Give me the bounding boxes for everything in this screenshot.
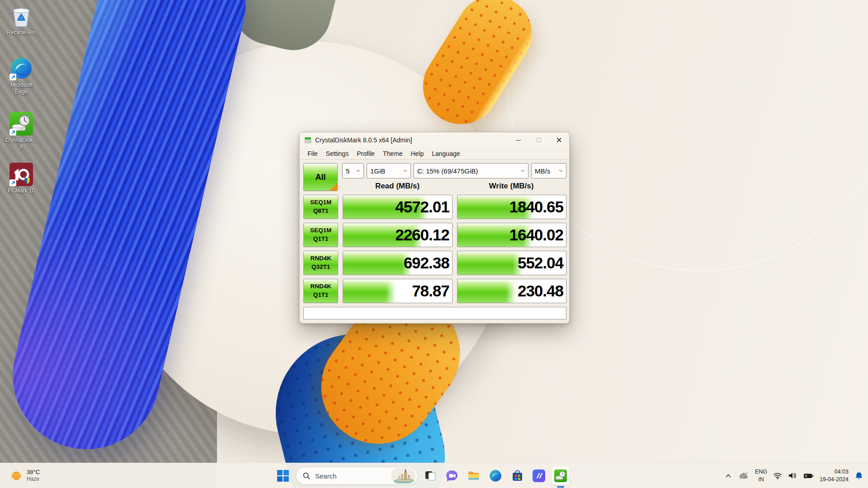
search-placeholder: Search — [315, 472, 337, 480]
test-count-dropdown[interactable]: 5 — [342, 163, 364, 178]
desktop-icon-pcmark10[interactable]: PCMark 10 — [3, 163, 40, 194]
window-title: CrystalDiskMark 8.0.5 x64 [Admin] — [315, 136, 412, 144]
chat-icon — [446, 469, 458, 482]
read-column-header: Read (MB/s) — [342, 182, 453, 191]
minimize-icon — [516, 140, 521, 141]
result-row-rnd4k-q1t1: RND4KQ1T1 78.87 230.48 — [303, 279, 566, 303]
language-indicator[interactable]: ENG IN — [755, 468, 767, 483]
maximize-icon — [537, 138, 541, 142]
chevron-down-icon — [519, 169, 525, 172]
menu-profile[interactable]: Profile — [353, 149, 379, 159]
app-icon — [304, 136, 311, 144]
chevron-up-icon — [724, 472, 732, 480]
chevron-down-icon — [401, 169, 407, 172]
chevron-down-icon — [354, 169, 360, 172]
wifi-icon — [773, 472, 782, 479]
chevron-down-icon — [557, 169, 563, 172]
file-explorer-icon — [467, 469, 480, 482]
result-row-seq1m-q1t1: SEQ1MQ1T1 2260.12 1640.02 — [303, 223, 566, 247]
status-bar[interactable] — [303, 307, 566, 319]
haze-sun-icon — [9, 469, 23, 483]
desktop-icon-label: CrystalDisk... 8 — [5, 137, 38, 150]
read-result-cell: 2260.12 — [343, 223, 452, 247]
write-result-cell: 1640.02 — [457, 223, 566, 247]
desktop-icon-recycle-bin[interactable]: Recycle Bin — [3, 5, 40, 36]
chat-button[interactable] — [443, 467, 461, 485]
read-result-cell: 692.38 — [343, 251, 452, 275]
write-result-cell: 230.48 — [457, 279, 566, 303]
speaker-icon — [788, 472, 797, 479]
desktop-icon-label: Recycle Bin — [7, 29, 35, 36]
read-result-cell: 4572.01 — [343, 195, 452, 219]
desktop-icon-label: Microsoft Edge — [10, 82, 33, 95]
maximize-button[interactable] — [528, 132, 549, 148]
ul-benchmark-icon — [533, 469, 545, 482]
task-view-button[interactable] — [421, 467, 439, 485]
close-button[interactable]: ✕ — [549, 132, 569, 148]
ul-benchmark-button[interactable] — [530, 467, 548, 485]
window-content: All 5 1GiB C: 15% (69/475GiB) — [300, 160, 569, 319]
notifications-button[interactable] — [854, 471, 863, 480]
taskbar: 38°C Haze Search — [0, 463, 868, 488]
onedrive-paused-icon — [738, 472, 749, 480]
weather-widget[interactable]: 38°C Haze — [6, 463, 42, 488]
recycle-bin-icon — [9, 5, 33, 28]
weather-temp: 38°C — [27, 469, 40, 476]
result-row-rnd4k-q32t1: RND4KQ32T1 692.38 552.04 — [303, 251, 566, 275]
read-result-cell: 78.87 — [343, 279, 452, 303]
write-column-header: Write (MB/s) — [456, 182, 566, 191]
test-size-dropdown[interactable]: 1GiB — [367, 163, 411, 178]
target-drive-dropdown[interactable]: C: 15% (69/475GiB) — [414, 163, 528, 178]
battery-charging-icon — [803, 472, 814, 480]
write-result-cell: 1840.65 — [457, 195, 566, 219]
menu-theme[interactable]: Theme — [379, 149, 407, 159]
run-all-button[interactable]: All — [303, 163, 338, 191]
menu-help[interactable]: Help — [406, 149, 428, 159]
shortcut-arrow-icon — [9, 179, 16, 186]
battery-button[interactable] — [803, 472, 814, 480]
volume-button[interactable] — [788, 472, 797, 479]
crystaldiskmark-icon — [554, 469, 567, 482]
test-label-button[interactable]: SEQ1MQ8T1 — [303, 195, 338, 219]
minimize-button[interactable] — [508, 132, 528, 148]
search-highlight-image[interactable] — [391, 468, 415, 483]
search-icon — [302, 472, 311, 480]
desktop-icon-crystaldiskmark[interactable]: CrystalDisk... 8 — [3, 112, 40, 150]
desktop-icon-label: PCMark 10 — [8, 188, 35, 194]
crystaldiskmark-window: CrystalDiskMark 8.0.5 x64 [Admin] ✕ File… — [299, 132, 570, 324]
test-label-button[interactable]: RND4KQ32T1 — [303, 251, 338, 275]
test-label-button[interactable]: RND4KQ1T1 — [303, 279, 338, 303]
windows-logo-icon — [277, 470, 289, 482]
tray-date: 19-04-2024 — [820, 476, 849, 483]
write-result-cell: 552.04 — [457, 251, 566, 275]
menu-language[interactable]: Language — [428, 149, 464, 159]
menu-bar: File Settings Profile Theme Help Languag… — [300, 148, 569, 160]
unit-dropdown[interactable]: MB/s — [531, 163, 566, 178]
result-row-seq1m-q8t1: SEQ1MQ8T1 4572.01 1840.65 — [303, 195, 566, 219]
menu-file[interactable]: File — [303, 149, 322, 159]
test-label-button[interactable]: SEQ1MQ1T1 — [303, 223, 338, 247]
shortcut-arrow-icon — [9, 74, 16, 80]
crystaldiskmark-taskbar-button[interactable] — [552, 467, 570, 485]
search-box[interactable]: Search — [296, 467, 418, 485]
close-icon: ✕ — [556, 136, 562, 144]
title-bar[interactable]: CrystalDiskMark 8.0.5 x64 [Admin] ✕ — [300, 132, 569, 148]
file-explorer-button[interactable] — [465, 467, 483, 485]
notification-bell-icon — [854, 471, 863, 480]
wifi-button[interactable] — [773, 472, 782, 479]
desktop-icon-microsoft-edge[interactable]: Microsoft Edge — [3, 57, 40, 95]
start-button[interactable] — [274, 467, 292, 485]
onedrive-status-button[interactable] — [738, 472, 749, 480]
running-app-indicator — [557, 486, 564, 488]
weather-condition: Haze — [27, 476, 40, 483]
microsoft-store-button[interactable] — [508, 467, 526, 485]
hidden-icons-button[interactable] — [724, 472, 732, 480]
shortcut-arrow-icon — [9, 129, 16, 136]
tray-time: 04:03 — [820, 468, 849, 476]
microsoft-store-icon — [511, 470, 524, 482]
task-view-icon — [425, 470, 436, 482]
edge-button[interactable] — [486, 467, 505, 485]
clock-widget[interactable]: 04:03 19-04-2024 — [820, 468, 849, 483]
menu-settings[interactable]: Settings — [322, 149, 353, 159]
edge-icon — [489, 469, 502, 482]
